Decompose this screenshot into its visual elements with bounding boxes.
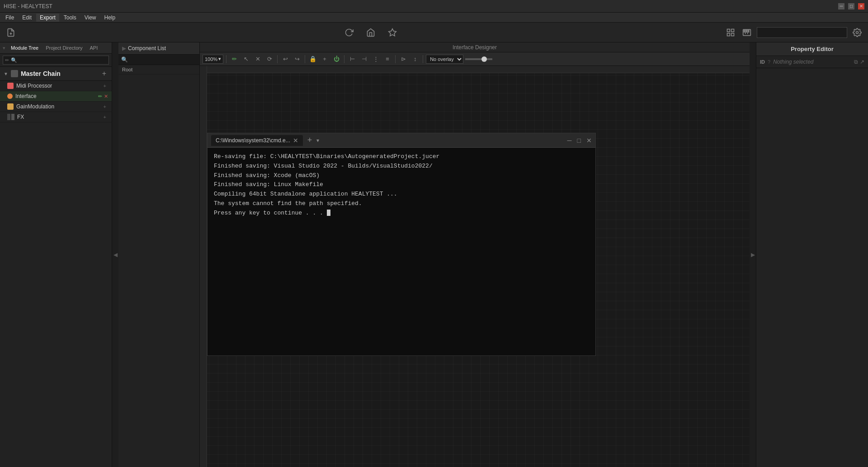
add-gain-button[interactable]: + (102, 104, 108, 109)
tab-module-tree[interactable]: Module Tree (9, 44, 40, 51)
minimize-button[interactable]: ─ (838, 3, 844, 9)
distribute-h-icon[interactable]: ⊳ (398, 54, 408, 64)
toolbar-separator-3 (305, 55, 305, 63)
ruler-horizontal (207, 66, 750, 73)
left-collapse-arrow[interactable]: ◀ (112, 42, 118, 467)
search-area: ✏ 🔍 (0, 54, 112, 67)
cmd-tab[interactable]: C:\Windows\system32\cmd.e... ✕ (211, 135, 303, 146)
module-tree-header: ▾ Module Tree Project Directory API (0, 42, 112, 54)
cmd-new-tab-icon[interactable]: + (306, 135, 314, 145)
cursor-tool-icon[interactable]: ↖ (241, 54, 251, 64)
copy-icon[interactable]: ⧉ (854, 59, 858, 65)
module-item-gain-modulation[interactable]: GainModulation + (0, 102, 112, 112)
svg-rect-4 (731, 29, 734, 32)
sync-tool-icon[interactable]: ⟳ (264, 54, 274, 64)
fx-color-1 (7, 114, 10, 120)
grid-icon[interactable] (724, 26, 737, 39)
cmd-minimize-icon[interactable]: ─ (567, 137, 572, 144)
tab-project-directory[interactable]: Project Directory (44, 44, 84, 51)
zoom-control[interactable]: 100% ▾ (203, 55, 223, 64)
component-search-icon[interactable]: 🔍 (121, 56, 128, 63)
pencil-mode-icon: ✏ (5, 57, 9, 63)
toolbar-separator-5 (395, 55, 396, 63)
maximize-button[interactable]: □ (848, 3, 854, 9)
home-icon[interactable] (364, 26, 377, 39)
align-vcenter-icon[interactable]: ⋮ (371, 54, 381, 64)
cmd-dropdown-icon[interactable]: ▾ (316, 137, 319, 144)
align-center-icon[interactable]: ⊣ (359, 54, 369, 64)
menu-export[interactable]: Export (36, 14, 59, 22)
fx-color-2 (11, 114, 14, 120)
panel-collapse-icon[interactable]: ▾ (3, 45, 5, 51)
canvas-area[interactable]: C:\Windows\system32\cmd.e... ✕ + ▾ ─ □ ✕… (200, 66, 750, 467)
toolbar-right (724, 26, 863, 39)
align-right-icon[interactable]: ≡ (382, 54, 392, 64)
module-name-interface: Interface (15, 93, 95, 99)
star-icon[interactable] (386, 26, 399, 39)
external-link-icon[interactable]: ↗ (860, 59, 864, 65)
edit-interface-icon[interactable]: ✏ (98, 93, 102, 99)
module-item-fx[interactable]: FX + (0, 112, 112, 122)
close-tool-icon[interactable]: ✕ (253, 54, 263, 64)
close-button[interactable]: ✕ (858, 3, 864, 9)
menu-edit[interactable]: Edit (19, 14, 35, 22)
redo-icon[interactable]: ↪ (292, 54, 302, 64)
svg-point-13 (856, 31, 859, 33)
cmd-line-1: Re-saving file: C:\HEALYTEST\Binaries\Au… (214, 152, 589, 162)
middle-content: ▶ Component List 🔍 Root Interface Design… (118, 42, 750, 467)
settings-icon[interactable] (851, 26, 863, 39)
power-icon[interactable]: ⏻ (331, 54, 341, 64)
search-input[interactable] (19, 57, 107, 63)
cmd-close-icon[interactable]: ✕ (586, 137, 592, 144)
zoom-slider[interactable] (465, 58, 492, 60)
overlay-select[interactable]: No overlay (426, 55, 463, 64)
right-collapse-arrow[interactable]: ▶ (750, 42, 756, 467)
module-item-interface[interactable]: Interface ✏ ✕ (0, 91, 112, 102)
menu-bar: File Edit Export Tools View Help (0, 13, 868, 23)
menu-file[interactable]: File (2, 14, 18, 22)
chain-collapse-arrow[interactable]: ▼ (4, 71, 8, 76)
menu-help[interactable]: Help (101, 14, 119, 22)
question-icon: ? (768, 59, 770, 65)
property-action-icons: ⧉ ↗ (854, 59, 864, 65)
property-editor-panel: Property Editor ID ? Nothing selected ⧉ … (756, 42, 868, 467)
cmd-titlebar: C:\Windows\system32\cmd.e... ✕ + ▾ ─ □ ✕ (208, 133, 595, 148)
cmd-tab-close-icon[interactable]: ✕ (293, 137, 298, 144)
component-root[interactable]: Root (118, 65, 199, 75)
plus-icon[interactable]: + (320, 54, 330, 64)
cmd-tab-label: C:\Windows\system32\cmd.e... (216, 137, 290, 144)
add-fx-button[interactable]: + (102, 114, 108, 120)
top-toolbar (0, 23, 868, 42)
property-editor-header: Property Editor (756, 42, 868, 56)
toolbar-separator-2 (277, 55, 278, 63)
global-search-input[interactable] (757, 27, 847, 38)
cmd-maximize-icon[interactable]: □ (577, 137, 581, 144)
designer-title: Interface Designer (200, 42, 750, 52)
cmd-line-7: Press any key to continue . . . (214, 209, 589, 218)
undo-icon[interactable]: ↩ (280, 54, 290, 64)
align-left-icon[interactable]: ⊢ (347, 54, 357, 64)
zoom-slider-container (465, 58, 492, 60)
lock-icon[interactable]: 🔒 (308, 54, 318, 64)
module-item-midi-processor[interactable]: Midi Processor + (0, 81, 112, 91)
designer-area: Interface Designer 100% ▾ ✏ ↖ ✕ ⟳ ↩ ↪ (200, 42, 750, 467)
designer-toolbar: 100% ▾ ✏ ↖ ✕ ⟳ ↩ ↪ 🔒 + ⏻ ⊢ (200, 52, 750, 66)
component-expand-icon[interactable]: ▶ (122, 45, 126, 51)
left-panel: ▾ Module Tree Project Directory API ✏ 🔍 … (0, 42, 112, 467)
menu-tools[interactable]: Tools (60, 14, 80, 22)
cmd-terminal-window[interactable]: C:\Windows\system32\cmd.e... ✕ + ▾ ─ □ ✕… (207, 133, 596, 356)
piano-icon[interactable] (741, 26, 753, 39)
distribute-v-icon[interactable]: ↕ (410, 54, 420, 64)
search-icon: 🔍 (11, 57, 17, 63)
svg-rect-3 (727, 29, 730, 32)
tab-api[interactable]: API (88, 44, 99, 51)
add-chain-button[interactable]: + (100, 70, 108, 78)
zoom-slider-knob (481, 56, 487, 62)
pencil-tool-icon[interactable]: ✏ (229, 54, 239, 64)
refresh-icon[interactable] (343, 26, 355, 39)
new-document-icon[interactable] (5, 26, 17, 39)
add-midi-button[interactable]: + (102, 83, 108, 89)
menu-view[interactable]: View (81, 14, 100, 22)
delete-interface-icon[interactable]: ✕ (104, 93, 108, 99)
designer-title-text: Interface Designer (453, 44, 497, 51)
